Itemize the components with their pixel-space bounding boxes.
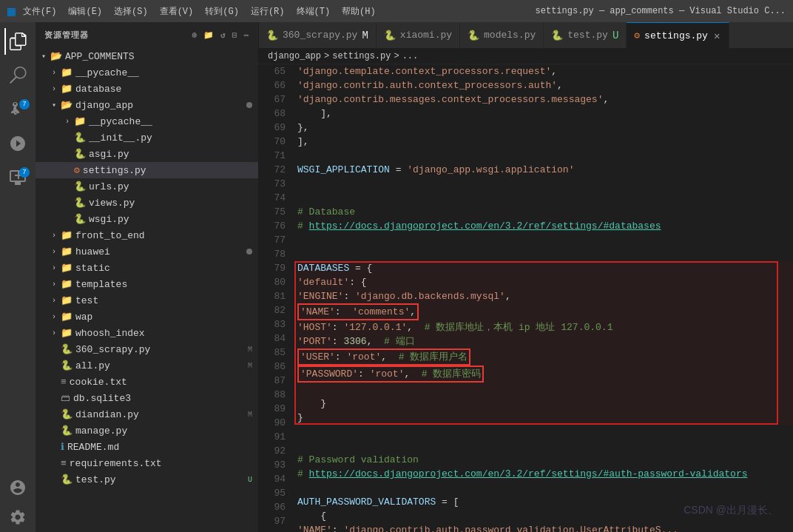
tab-xiaomi[interactable]: 🐍 xiaomi.py [377, 22, 460, 48]
line-number: 94 [259, 472, 286, 486]
more-actions-icon[interactable]: ⋯ [243, 30, 249, 40]
code-line: ], [297, 135, 793, 149]
code-line: 'NAME': 'django.contrib.auth.password_va… [297, 523, 793, 532]
extensions-activity-icon[interactable]: 7 [4, 164, 31, 191]
sidebar: 资源管理器 ⊕ 📁 ↺ ⊟ ⋯ ▾ 📂 APP_COMMENTS › 📁 __p… [36, 22, 259, 532]
line-number: 90 [259, 416, 286, 430]
new-folder-icon[interactable]: 📁 [203, 30, 215, 40]
sidebar-item-templates[interactable]: › 📁 templates [36, 276, 258, 292]
sidebar-item-huawei[interactable]: › 📁 huawei [36, 243, 258, 260]
tab-models[interactable]: 🐍 models.py [460, 22, 544, 48]
file-py-icon: 🐍 [74, 213, 86, 225]
static-label: static [75, 263, 258, 274]
code-line [297, 439, 793, 453]
code-line [297, 481, 793, 495]
new-file-icon[interactable]: ⊕ [192, 30, 198, 40]
sidebar-item-static[interactable]: › 📁 static [36, 260, 258, 276]
watermark: CSDN @出月漫长、 [684, 504, 778, 517]
sidebar-item-diandian-py[interactable]: 🐍 diandian.py M [36, 406, 258, 422]
file-py-icon: 🐍 [61, 425, 72, 437]
tab-test[interactable]: 🐍 test.py U [544, 22, 627, 48]
sidebar-item-views-py[interactable]: 🐍 views.py [36, 195, 258, 211]
line-number: 85 [259, 346, 286, 360]
sidebar-item-cookie-txt[interactable]: ≡ cookie.txt [36, 374, 258, 390]
sidebar-item-360-scrapy[interactable]: 🐍 360_scrapy.py M [36, 341, 258, 357]
tab-test-label: test.py [567, 30, 608, 41]
source-control-activity-icon[interactable]: 7 [4, 96, 31, 123]
folder-icon: 📁 [61, 246, 72, 257]
menu-goto[interactable]: 转到(G) [205, 5, 239, 18]
code-line: 'ENGINE': 'django.db.backends.mysql', [297, 289, 793, 303]
folder-arrow-icon: › [49, 85, 59, 93]
sidebar-item-manage-py[interactable]: 🐍 manage.py [36, 422, 258, 439]
sidebar-actions[interactable]: ⊕ 📁 ↺ ⊟ ⋯ [192, 30, 250, 40]
folder-icon: 📁 [61, 262, 72, 274]
tree-root-folder[interactable]: ▾ 📂 APP_COMMENTS [36, 48, 258, 64]
menu-bar[interactable]: 文件(F) 编辑(E) 选择(S) 查看(V) 转到(G) 运行(R) 终端(T… [23, 5, 376, 18]
run-activity-icon[interactable] [4, 130, 31, 157]
breadcrumb-part-3[interactable]: ... [402, 51, 419, 61]
folder-icon: 📁 [61, 278, 72, 290]
title-bar: ▦ 文件(F) 编辑(E) 选择(S) 查看(V) 转到(G) 运行(R) 终端… [0, 0, 793, 22]
sidebar-item-db-sqlite3[interactable]: 🗃 db.sqlite3 [36, 390, 258, 406]
code-body[interactable]: 'django.template.context_processors.requ… [294, 64, 793, 532]
sidebar-item-front-to-end[interactable]: › 📁 front_to_end [36, 227, 258, 243]
tab-close-icon[interactable]: ✕ [712, 28, 721, 44]
modified-label: M [248, 411, 252, 419]
sidebar-item-pycache-root[interactable]: › 📁 __pycache__ [36, 64, 258, 81]
sidebar-item-wap[interactable]: › 📁 wap [36, 309, 258, 325]
menu-select[interactable]: 选择(S) [114, 5, 148, 18]
menu-file[interactable]: 文件(F) [23, 5, 57, 18]
search-activity-icon[interactable] [4, 62, 31, 89]
code-line: 'django.contrib.messages.context_process… [297, 92, 793, 107]
tab-bar: 🐍 360_scrapy.py M 🐍 xiaomi.py 🐍 models.p… [259, 22, 793, 48]
line-number: 87 [259, 374, 286, 388]
cookie-txt-label: cookie.txt [70, 377, 258, 388]
untracked-label: U [248, 476, 252, 484]
collapse-icon[interactable]: ⊟ [232, 30, 238, 40]
menu-run[interactable]: 运行(R) [251, 5, 285, 18]
sidebar-item-django-app[interactable]: ▾ 📂 django_app [36, 97, 258, 113]
menu-edit[interactable]: 编辑(E) [68, 5, 102, 18]
editor-content[interactable]: 6566676869707172737475767778798081828384… [259, 64, 793, 532]
sidebar-item-whoosh-index[interactable]: › 📁 whoosh_index [36, 325, 258, 341]
sidebar-item-database[interactable]: › 📁 database [36, 81, 258, 97]
sidebar-item-test[interactable]: › 📁 test [36, 292, 258, 309]
breadcrumb-part-2[interactable]: settings.py [332, 51, 391, 61]
sidebar-item-urls-py[interactable]: 🐍 urls.py [36, 178, 258, 195]
explorer-activity-icon[interactable] [4, 28, 31, 55]
breadcrumb-part-1[interactable]: django_app [268, 51, 321, 61]
file-py-icon: 🐍 [74, 148, 86, 160]
sidebar-item-test-py[interactable]: 🐍 test.py U [36, 471, 258, 488]
sidebar-item-requirements-txt[interactable]: ≡ requirements.txt [36, 455, 258, 471]
manage-activity-icon[interactable] [4, 504, 31, 531]
tab-settings-active[interactable]: ⚙ settings.py ✕ [627, 22, 729, 48]
tab-py-icon: 🐍 [266, 30, 278, 41]
sidebar-item-settings-py[interactable]: ⚙ settings.py [36, 162, 258, 178]
sidebar-item-readme-md[interactable]: ℹ README.md [36, 439, 258, 455]
code-line [297, 425, 793, 439]
refresh-icon[interactable]: ↺ [220, 30, 226, 40]
sidebar-item-asgi-py[interactable]: 🐍 asgi.py [36, 146, 258, 162]
tab-scrapy[interactable]: 🐍 360_scrapy.py M [259, 22, 377, 48]
line-number: 76 [259, 219, 286, 233]
sidebar-item-wsgi-py[interactable]: 🐍 wsgi.py [36, 211, 258, 227]
account-activity-icon[interactable] [4, 474, 31, 501]
sidebar-item-init-py[interactable]: 🐍 __init__.py [36, 129, 258, 146]
menu-help[interactable]: 帮助(H) [342, 5, 376, 18]
menu-view[interactable]: 查看(V) [160, 5, 194, 18]
code-line [297, 191, 793, 205]
line-number: 68 [259, 107, 286, 121]
code-line [297, 177, 793, 191]
file-md-icon: ℹ [61, 441, 64, 453]
file-txt-icon: ≡ [61, 458, 67, 469]
asgi-py-label: asgi.py [89, 149, 258, 160]
line-number: 67 [259, 92, 286, 107]
sidebar-item-pycache-django[interactable]: › 📁 __pycache__ [36, 113, 258, 129]
file-txt-icon: ≡ [61, 377, 67, 388]
templates-label: templates [75, 279, 258, 290]
sidebar-item-all-py[interactable]: 🐍 all.py M [36, 357, 258, 374]
line-number: 92 [259, 444, 286, 458]
menu-terminal[interactable]: 终端(T) [297, 5, 331, 18]
folder-icon: 📁 [61, 83, 72, 95]
